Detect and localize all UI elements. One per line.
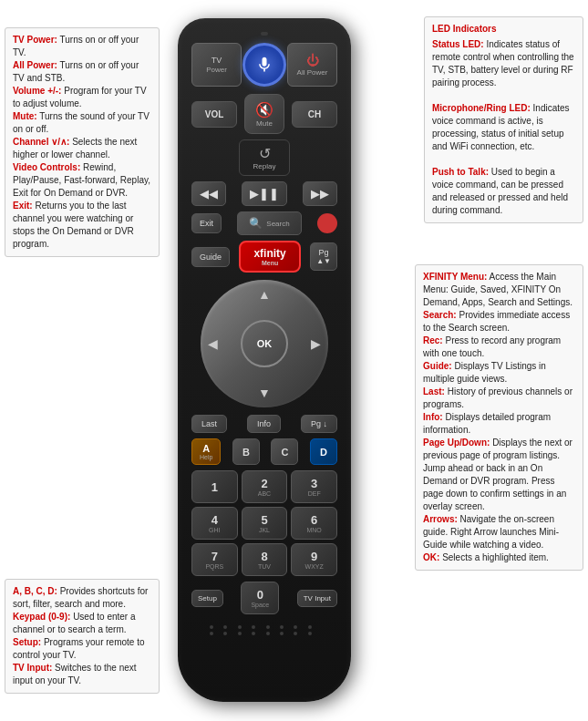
- all-power-sublabel: All Power: [297, 68, 328, 77]
- video-label: Video Controls:: [13, 162, 80, 172]
- num4-button[interactable]: 4 GHI: [191, 507, 238, 540]
- mute-button[interactable]: 🔇 Mute: [244, 94, 284, 134]
- menu-sublabel: Menu: [253, 260, 285, 266]
- search-label: Search: [266, 220, 289, 228]
- b-letter: B: [241, 447, 252, 458]
- pageupdown-desc: Displays the next or previous page of pr…: [423, 438, 573, 511]
- microphone-button[interactable]: [242, 43, 286, 87]
- num6-sub: MNO: [295, 527, 333, 533]
- all-power-button[interactable]: ⏻ All Power: [287, 43, 337, 87]
- abcd-row: A Help B C D: [191, 438, 337, 465]
- a-button[interactable]: A Help: [191, 438, 221, 465]
- pg-label: Pg: [319, 248, 329, 257]
- speaker-dot: [238, 632, 242, 635]
- num2-button[interactable]: 2 ABC: [242, 470, 288, 503]
- pgdown-button[interactable]: Pg ↓: [301, 415, 337, 433]
- power-icon: ⏻: [294, 53, 331, 67]
- pg-arrows: ▲▼: [316, 257, 331, 265]
- fast-forward-button[interactable]: ▶▶: [303, 181, 337, 206]
- dpad-outer[interactable]: ▲ ▼ ◀ ▶ OK: [201, 280, 328, 407]
- search-icon: 🔍: [249, 217, 263, 230]
- dpad-down-arrow[interactable]: ▼: [258, 386, 271, 400]
- b-button[interactable]: B: [232, 438, 260, 465]
- page-button[interactable]: Pg ▲▼: [310, 242, 337, 271]
- num0-button[interactable]: 0 Space: [241, 582, 279, 614]
- num6-button[interactable]: 6 MNO: [291, 507, 337, 540]
- tvinput-button[interactable]: TV Input: [297, 590, 337, 607]
- lower-buttons: Last Info Pg ↓ A Help B C D: [178, 415, 351, 643]
- speaker-dot: [308, 632, 312, 635]
- right-top-annotation: LED Indicators Status LED: Indicates sta…: [424, 16, 583, 223]
- replay-button[interactable]: ↺ Replay: [239, 139, 291, 176]
- arrows-label: Arrows:: [423, 514, 458, 524]
- led-indicator: [261, 32, 268, 36]
- mute-label: Mute:: [13, 111, 37, 121]
- d-button[interactable]: D: [310, 438, 337, 465]
- info-button[interactable]: Info: [247, 415, 281, 433]
- power-row: TV Power ⏻ All Power: [191, 43, 337, 87]
- guide-xfinity-pg-row: Guide xfinity Menu Pg ▲▼: [191, 241, 337, 273]
- replay-icon: ↺: [259, 145, 271, 162]
- speaker-dot: [223, 625, 227, 629]
- ok-button[interactable]: OK: [241, 320, 288, 367]
- play-pause-button[interactable]: ▶❚❚: [242, 181, 287, 206]
- speaker-dot: [210, 625, 213, 629]
- speaker-dot: [210, 632, 213, 635]
- num4-digit: 4: [211, 513, 218, 527]
- num6-digit: 6: [311, 513, 317, 527]
- channel-button[interactable]: CH: [292, 101, 337, 128]
- volume-label: Volume +/-:: [13, 86, 61, 96]
- num7-button[interactable]: 7 PQRS: [191, 543, 238, 576]
- right-bottom-annotation: XFINITY Menu: Access the Main Menu: Guid…: [415, 264, 583, 571]
- remote-top-area: TV Power ⏻ All Power VOL 🔇 Mut: [178, 18, 351, 280]
- setup-label: Setup:: [13, 637, 41, 647]
- num2-digit: 2: [261, 477, 267, 490]
- volume-button[interactable]: VOL: [191, 101, 237, 128]
- mic-led-label: Microphone/Ring LED:: [432, 103, 531, 113]
- num2-sub: ABC: [246, 490, 284, 497]
- rewind-button[interactable]: ◀◀: [191, 181, 226, 206]
- search-button[interactable]: 🔍 Search: [237, 211, 301, 235]
- setup-button[interactable]: Setup: [191, 590, 223, 607]
- remote-control: TV Power ⏻ All Power VOL 🔇 Mut: [178, 18, 351, 702]
- guide-button[interactable]: Guide: [191, 247, 230, 267]
- num5-sub: JKL: [246, 527, 284, 533]
- all-power-label: All Power:: [13, 60, 57, 70]
- num3-sub: DEF: [295, 490, 333, 497]
- num8-button[interactable]: 8 TUV: [242, 543, 288, 576]
- d-letter: D: [318, 447, 329, 458]
- xfinity-button[interactable]: xfinity Menu: [239, 241, 300, 273]
- num9-button[interactable]: 9 WXYZ: [291, 543, 337, 576]
- left-bottom-annotation: A, B, C, D: Provides shortcuts for sort,…: [5, 579, 160, 694]
- tvinput-label: TV Input:: [13, 663, 52, 673]
- last-button[interactable]: Last: [191, 415, 227, 433]
- num7-sub: PQRS: [196, 563, 233, 570]
- speaker-dot: [252, 632, 255, 635]
- transport-row: ◀◀ ▶❚❚ ▶▶: [191, 181, 337, 206]
- speaker-dot: [308, 625, 312, 629]
- ok-desc: Selects a highlighted item.: [442, 552, 549, 562]
- dpad-left-arrow[interactable]: ◀: [208, 336, 218, 351]
- mute-label: Mute: [256, 119, 273, 128]
- push-talk-label: Push to Talk:: [432, 167, 489, 177]
- num1-button[interactable]: 1: [191, 470, 238, 503]
- num0-sub: Space: [251, 602, 269, 608]
- guide-label: Guide:: [423, 361, 452, 371]
- speaker-dot: [252, 625, 255, 629]
- led-indicators-title: LED Indicators: [432, 23, 575, 36]
- exit-button[interactable]: Exit: [191, 213, 222, 233]
- num3-button[interactable]: 3 DEF: [291, 470, 337, 503]
- num9-digit: 9: [311, 550, 317, 563]
- speaker-dot: [266, 625, 270, 629]
- tv-power-button[interactable]: TV Power: [191, 43, 242, 87]
- mute-icon: 🔇: [255, 101, 273, 118]
- num5-button[interactable]: 5 JKL: [242, 507, 288, 540]
- dpad-up-arrow[interactable]: ▲: [258, 287, 271, 302]
- abcd-label: A, B, C, D:: [13, 586, 57, 596]
- status-led-label: Status LED:: [432, 39, 484, 49]
- record-button[interactable]: [317, 213, 337, 233]
- xfinity-label: xfinity: [253, 247, 285, 260]
- dpad-right-arrow[interactable]: ▶: [311, 336, 321, 351]
- c-button[interactable]: C: [271, 438, 298, 465]
- a-sublabel: Help: [200, 454, 212, 460]
